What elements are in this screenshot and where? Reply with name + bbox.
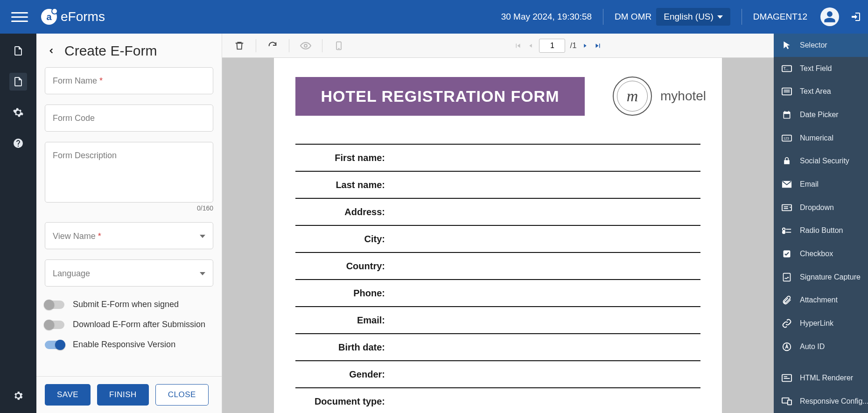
palette-item-checkbox[interactable]: Checkbox <box>774 242 868 266</box>
palette-item-attachment[interactable]: Attachment <box>774 289 868 312</box>
mail-icon <box>781 179 792 190</box>
palette-item-selector[interactable]: Selector <box>774 34 868 57</box>
header-user: DMAGENT12 <box>753 12 807 22</box>
logout-icon[interactable] <box>850 11 861 22</box>
textfield-icon: T... <box>781 63 792 74</box>
menu-icon[interactable] <box>11 8 28 25</box>
brand: a eForms <box>41 9 105 25</box>
signature-icon <box>781 272 792 283</box>
responsive-icon <box>781 396 792 407</box>
palette-item-radio-button[interactable]: Radio Button <box>774 219 868 243</box>
form-field-label: City: <box>295 234 389 245</box>
palette-item-label: Social Security <box>800 157 849 165</box>
cursor-icon <box>781 40 792 51</box>
delete-icon[interactable] <box>233 40 245 52</box>
palette-item-label: Dropdown <box>800 203 834 212</box>
form-description-input[interactable]: Form Description <box>45 142 213 203</box>
palette-item-text-area[interactable]: Text Area <box>774 80 868 103</box>
svg-text:123: 123 <box>784 136 789 140</box>
app-header: a eForms 30 May 2024, 19:30:58 DM OMR En… <box>0 0 868 34</box>
palette-item-auto-id[interactable]: Auto ID <box>774 335 868 358</box>
palette-item-label: Radio Button <box>800 226 843 235</box>
palette-item-label: Signature Capture <box>800 273 861 281</box>
palette-item-dropdown[interactable]: Dropdown <box>774 196 868 219</box>
language-label: English (US) <box>664 12 714 22</box>
document-page[interactable]: HOTEL REGISTRATION FORM m myhotel First … <box>274 58 722 413</box>
palette-item-signature-capture[interactable]: Signature Capture <box>774 266 868 289</box>
preview-icon <box>300 40 312 52</box>
avatar-icon[interactable] <box>820 7 839 26</box>
rail-item-settings[interactable] <box>9 104 27 121</box>
palette-item-numerical[interactable]: 123Numerical <box>774 126 868 150</box>
canvas-area: /1 HOTEL REGISTRATION FORM m myhotel Fi <box>222 34 774 413</box>
chevron-down-icon <box>717 15 723 19</box>
brand-logo-icon: a <box>41 9 57 25</box>
language-selector[interactable]: English (US) <box>656 8 730 26</box>
prev-page-icon <box>527 42 534 49</box>
palette-item-label: Email <box>800 180 819 189</box>
nav-rail <box>0 34 36 413</box>
finish-button[interactable]: FINISH <box>97 384 149 406</box>
switch-download-label: Download E-Form after Submission <box>73 320 205 329</box>
form-field-label: Email: <box>295 315 389 326</box>
palette-item-hyperlink[interactable]: HyperLink <box>774 312 868 335</box>
palette-item-label: Attachment <box>800 296 838 304</box>
document-logo: m myhotel <box>613 77 706 116</box>
sidebar-title: Create E-Form <box>64 43 157 59</box>
palette-item-label: Auto ID <box>800 343 825 351</box>
header-datetime: 30 May 2024, 19:30:58 <box>501 12 592 22</box>
brand-text: eForms <box>61 9 105 24</box>
form-field-row: Phone: <box>295 280 700 307</box>
header-org: DM OMR <box>615 12 651 22</box>
dropdown-icon <box>781 202 792 213</box>
form-field-row: Address: <box>295 199 700 226</box>
pager: /1 <box>514 39 602 53</box>
next-page-icon[interactable] <box>581 42 589 49</box>
form-field-label: Last name: <box>295 180 389 190</box>
palette-item-html-renderer[interactable]: HTML Renderer <box>774 367 868 390</box>
html-icon <box>781 372 792 384</box>
rail-item-config[interactable] <box>9 387 27 405</box>
palette-item-label: HyperLink <box>800 319 833 328</box>
refresh-icon[interactable] <box>266 40 279 52</box>
palette-item-responsive-config-[interactable]: Responsive Config... <box>774 390 868 413</box>
form-field-row: Birth date: <box>295 334 700 361</box>
char-count: 0/160 <box>45 204 213 212</box>
close-button[interactable]: CLOSE <box>155 384 209 406</box>
palette-item-label: HTML Renderer <box>800 374 853 382</box>
calendar-icon <box>781 109 792 120</box>
switch-responsive[interactable] <box>45 341 64 349</box>
back-icon[interactable] <box>45 44 58 57</box>
palette-item-date-picker[interactable]: Date Picker <box>774 103 868 126</box>
palette-item-text-field[interactable]: T...Text Field <box>774 57 868 80</box>
form-field-label: Phone: <box>295 288 389 299</box>
view-name-select[interactable]: View Name * <box>45 222 213 249</box>
palette-item-social-security[interactable]: Social Security <box>774 149 868 173</box>
form-field-row: City: <box>295 226 700 253</box>
form-field-label: First name: <box>295 153 389 163</box>
switch-download-after-submit[interactable] <box>45 321 64 329</box>
form-code-input[interactable]: Form Code <box>45 105 213 132</box>
palette-item-label: Selector <box>800 41 827 49</box>
chevron-down-icon <box>200 272 205 275</box>
switch-submit-on-sign[interactable] <box>45 301 64 309</box>
language-select[interactable]: Language <box>45 259 213 287</box>
palette-item-label: Text Field <box>800 64 832 73</box>
page-input[interactable] <box>539 39 565 53</box>
rail-item-help[interactable] <box>9 134 27 152</box>
save-button[interactable]: SAVE <box>45 384 91 406</box>
svg-rect-19 <box>784 273 791 281</box>
chevron-down-icon <box>200 235 205 238</box>
rail-item-form[interactable] <box>9 73 27 91</box>
svg-point-0 <box>304 44 307 47</box>
palette-item-email[interactable]: Email <box>774 173 868 196</box>
rail-item-document[interactable] <box>9 42 27 60</box>
component-palette: SelectorT...Text FieldText AreaDate Pick… <box>774 34 868 413</box>
form-field-row: Document type: <box>295 388 700 413</box>
form-name-input[interactable]: Form Name * <box>45 67 213 94</box>
form-field-row: Gender: <box>295 361 700 388</box>
palette-item-label: Text Area <box>800 87 831 96</box>
canvas-toolbar: /1 <box>222 34 774 58</box>
form-field-row: First name: <box>295 145 700 172</box>
last-page-icon[interactable] <box>594 42 602 50</box>
